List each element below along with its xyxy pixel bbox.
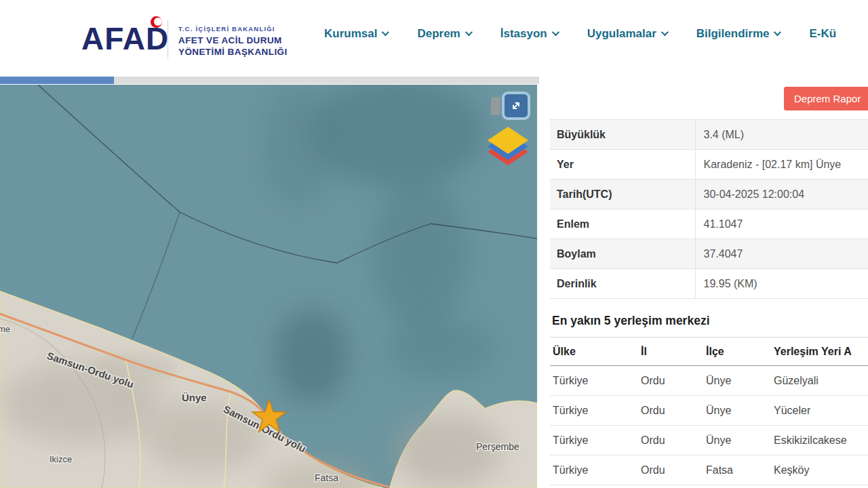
cell-il: Ordu [638,426,703,455]
earthquake-detail-table: Büyüklük 3.4 (ML) Yer Karadeniz - [02.17… [550,119,868,299]
chevron-down-icon [465,28,472,35]
cell-il: Ordu [638,396,703,426]
nav-label: E-Kü [809,27,836,41]
logo-divider [167,20,168,59]
detail-label: Tarih(UTC) [550,180,695,209]
nav-bilgilendirme[interactable]: Bilgilendirme [696,27,780,41]
map-label-ikizce: Ikizce [50,454,72,464]
cell-ilce: Ünye [703,366,771,396]
expand-arrows-icon [510,100,522,112]
nav-kurumsal[interactable]: Kurumsal [324,27,387,41]
table-row: Yer Karadeniz - [02.17 km] Ünye [550,150,868,180]
table-row: Büyüklük 3.4 (ML) [550,120,868,150]
earthquake-detail-panel: Deprem Rapor Büyüklük 3.4 (ML) Yer Karad… [550,85,868,488]
cell-ilce: Ünye [703,396,771,426]
ministry-line: AFET VE ACİL DURUM [178,35,288,46]
column-header-ulke: Ülke [550,338,638,366]
detail-value: 19.95 (KM) [695,269,868,299]
nav-label: Uygulamalar [587,27,656,41]
deprem-raporu-button[interactable]: Deprem Rapor [784,87,868,110]
detail-label: Enlem [550,209,695,239]
cell-yerlesim: Yüceler [771,396,868,426]
ministry-line: YÖNETİMİ BAŞKANLIĞI [178,46,288,58]
cell-yerlesim: Güzelyali [771,366,868,396]
map-fullscreen-button[interactable] [502,92,530,120]
detail-label: Yer [550,150,695,180]
map-label-persembe: Perşembe [476,441,519,452]
detail-label: Boylam [550,239,695,269]
map-label-fatsa: Fatsa [315,472,338,483]
ministry-text: T.C. İÇİŞLERİ BAKANLIĞI AFET VE ACİL DUR… [178,25,288,58]
table-row: Tarih(UTC) 30-04-2025 12:00:04 [550,180,868,209]
chevron-down-icon [551,28,559,35]
table-row: Boylam 37.4047 [550,239,868,269]
progressbar-fill [0,77,114,84]
detail-value: 37.4047 [695,239,868,269]
map-label-unye: Ünye [182,392,207,403]
nav-label: Kurumsal [324,27,377,41]
chevron-down-icon [382,28,389,35]
ministry-line: T.C. İÇİŞLERİ BAKANLIĞI [178,25,288,33]
nav-istasyon[interactable]: İstasyon [500,27,557,41]
cell-il: Ordu [638,455,703,485]
table-row: Türkiye Ordu Ünye Eskikizilcakese [550,426,868,455]
nav-uygulamalar[interactable]: Uygulamalar [587,27,667,41]
nav-label: Bilgilendirme [696,27,770,41]
column-header-il: İl [638,338,703,366]
nav-label: İstasyon [500,27,547,41]
nav-label: Deprem [417,27,460,41]
table-row: Türkiye Ordu Ünye Yüceler [550,396,868,426]
nav-deprem[interactable]: Deprem [417,27,470,41]
map-canvas: me Samsun-Ordu yolu Ünye Samsun-Ordu yol… [0,85,537,488]
nav-e-kutuphane[interactable]: E-Kü [809,27,836,41]
detail-label: Büyüklük [550,120,695,150]
cell-ilce: Ünye [703,426,771,455]
column-header-yerlesim: Yerleşim Yeri A [771,338,868,366]
chevron-down-icon [774,28,781,35]
table-row: Türkiye Ordu Fatsa Keşköy [550,455,868,485]
layers-icon [485,125,531,169]
cell-yerlesim: Keşköy [771,455,868,485]
detail-value: 3.4 (ML) [695,120,868,150]
site-header: AFAD T.C. İÇİŞLERİ BAKANLIĞI AFET VE ACİ… [0,0,868,76]
nearest-settlements-title: En yakın 5 yerleşim merkezi [552,314,710,328]
crescent-star-icon [151,16,162,28]
chevron-down-icon [661,28,669,35]
earthquake-map[interactable]: me Samsun-Ordu yolu Ünye Samsun-Ordu yol… [0,85,537,488]
nearest-settlements-table: Ülke İl İlçe Yerleşim Yeri A Türkiye Ord… [550,337,868,485]
detail-value: 30-04-2025 12:00:04 [695,180,868,209]
afad-logo[interactable]: AFAD [81,19,169,61]
table-row: Türkiye Ordu Ünye Güzelyali [550,366,868,396]
detail-value: 41.1047 [695,209,868,239]
map-loading-progressbar [0,77,539,84]
table-header-row: Ülke İl İlçe Yerleşim Yeri A [550,338,868,366]
cell-ulke: Türkiye [550,396,638,426]
map-layers-button[interactable] [485,125,531,169]
cell-ulke: Türkiye [550,455,638,485]
map-side-handle[interactable] [491,97,500,115]
cell-il: Ordu [638,366,703,396]
cell-yerlesim: Eskikizilcakese [771,426,868,455]
cell-ulke: Türkiye [550,366,638,396]
main-nav: Kurumsal Deprem İstasyon Uygulamalar Bil… [324,27,836,41]
detail-value: Karadeniz - [02.17 km] Ünye [695,150,868,180]
cell-ilce: Fatsa [703,455,771,485]
table-row: Derinlik 19.95 (KM) [550,269,868,299]
cell-ulke: Türkiye [550,426,638,455]
column-header-ilce: İlçe [703,338,771,366]
table-row: Enlem 41.1047 [550,209,868,239]
detail-label: Derinlik [550,269,695,299]
map-label-partial: me [0,324,10,334]
